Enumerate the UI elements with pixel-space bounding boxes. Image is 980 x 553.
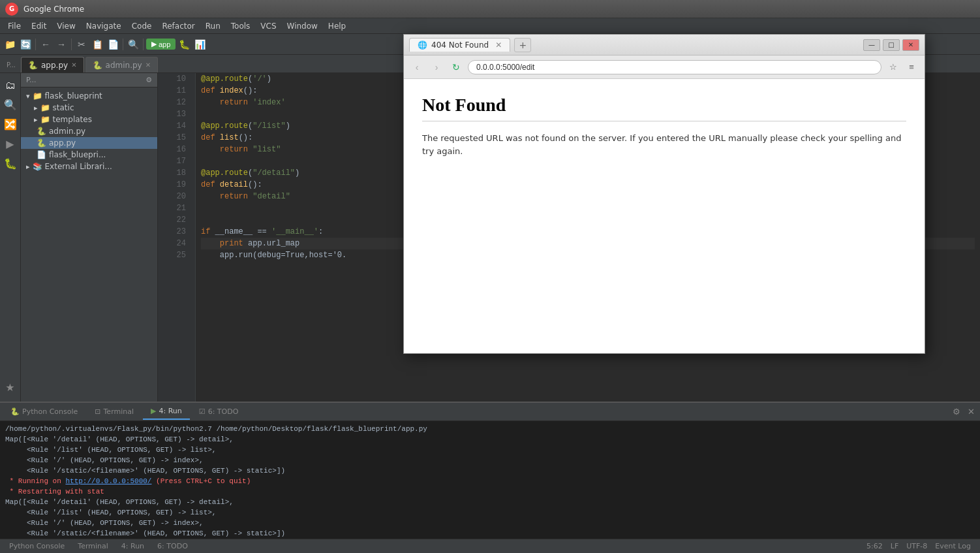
status-right: 5:62 LF UTF-8 Event Log — [863, 542, 975, 550]
project-panel-title: P... — [26, 76, 36, 84]
run-button[interactable]: ▶ app — [146, 39, 176, 50]
toolbar-redo-btn[interactable]: → — [54, 37, 69, 52]
run-tab-label: 4: Run — [159, 407, 181, 415]
status-python-console[interactable]: Python Console — [5, 542, 69, 550]
toolbar-open-btn[interactable]: 📁 — [3, 37, 17, 52]
browser-close-btn[interactable]: ✕ — [902, 39, 919, 51]
tree-admin-py[interactable]: 🐍 admin.py — [21, 125, 157, 137]
tab-todo[interactable]: ☑ 6: TODO — [191, 404, 247, 420]
tree-app-py[interactable]: 🐍 app.py — [21, 137, 157, 149]
project-panel: P... ⚙ ▾ 📁 flask_blueprint ▸ 📁 static ▸ … — [21, 73, 158, 402]
term-line-8: <Rule '/' (HEAD, OPTIONS, GET) -> index>… — [5, 518, 975, 528]
status-terminal[interactable]: Terminal — [74, 542, 112, 550]
toolbar-sep-1 — [35, 39, 36, 50]
term-restarting: * Restarting with stat — [5, 486, 975, 497]
menu-run[interactable]: Run — [200, 20, 226, 32]
status-position[interactable]: 5:62 — [863, 542, 887, 550]
menu-code[interactable]: Code — [127, 20, 157, 32]
menu-view[interactable]: View — [52, 20, 80, 32]
sidebar-icon-search[interactable]: 🔍 — [1, 95, 20, 114]
terminal-content: /home/python/.virtualenvs/Flask_py/bin/p… — [0, 421, 980, 539]
browser-reload-btn[interactable]: ↻ — [448, 59, 464, 75]
toolbar-paste-btn[interactable]: 📄 — [106, 37, 120, 52]
tree-root-label: flask_blueprint — [45, 91, 102, 101]
menu-help[interactable]: Help — [323, 20, 351, 32]
run-tab-icon: ▶ — [151, 407, 156, 415]
bottom-close-btn[interactable]: ✕ — [964, 405, 977, 419]
term-url-link[interactable]: http://0.0.0.0:5000/ — [65, 477, 151, 485]
browser-minimize-btn[interactable]: — — [863, 39, 880, 51]
browser-message: The requested URL was not found on the s… — [422, 132, 906, 157]
menu-refactor[interactable]: Refactor — [157, 20, 200, 32]
tab-admin-py-close[interactable]: ✕ — [145, 61, 151, 69]
toolbar-sep-4 — [143, 39, 144, 50]
tab-admin-py[interactable]: 🐍 admin.py ✕ — [85, 57, 159, 72]
breakpoint-area — [158, 73, 168, 402]
sidebar-icons: 🗂 🔍 🔀 ▶ 🐛 ★ — [0, 73, 21, 402]
tab-app-py-label: app.py — [41, 61, 68, 70]
toolbar-undo-btn[interactable]: ← — [38, 37, 53, 52]
status-lf[interactable]: LF — [887, 542, 902, 550]
term-line-1: <Rule '/list' (HEAD, OPTIONS, GET) -> li… — [5, 445, 975, 455]
os-title: Google Chrome — [23, 5, 84, 14]
toolbar-cut-btn[interactable]: ✂ — [74, 37, 89, 52]
toolbar-sep-3 — [123, 39, 123, 50]
tree-static[interactable]: ▸ 📁 static — [21, 102, 157, 114]
term-line-2: <Rule '/' (HEAD, OPTIONS, GET) -> index>… — [5, 455, 975, 466]
term-line-7: <Rule '/list' (HEAD, OPTIONS, GET) -> li… — [5, 507, 975, 518]
menu-navigate[interactable]: Navigate — [81, 20, 127, 32]
new-tab-button[interactable]: + — [514, 38, 531, 52]
terminal-label: Terminal — [104, 407, 134, 416]
status-bar: Python Console Terminal 4: Run 6: TODO 5… — [0, 539, 980, 553]
toolbar-copy-btn[interactable]: 📋 — [90, 37, 104, 52]
tree-flask-blueprint[interactable]: 📄 flask_bluepri... — [21, 149, 157, 161]
tree-external-libs[interactable]: ▸ 📚 External Librari... — [21, 161, 157, 172]
bottom-settings-btn[interactable]: ⚙ — [950, 405, 963, 419]
tree-static-label: static — [53, 103, 74, 112]
tab-terminal[interactable]: ⊡ Terminal — [87, 404, 142, 420]
status-encoding[interactable]: UTF-8 — [902, 542, 931, 550]
browser-tab-close[interactable]: ✕ — [495, 40, 502, 50]
tab-app-py[interactable]: 🐍 app.py ✕ — [21, 57, 84, 72]
menu-tools[interactable]: Tools — [226, 20, 256, 32]
browser-heading: Not Found — [422, 95, 906, 121]
tree-root[interactable]: ▾ 📁 flask_blueprint — [21, 90, 157, 102]
tab-python-console[interactable]: 🐍 Python Console — [3, 404, 85, 420]
browser-back-btn[interactable]: ‹ — [409, 59, 425, 75]
toolbar-sync-btn[interactable]: 🔄 — [18, 37, 33, 52]
toolbar-search-btn[interactable]: 🔍 — [126, 37, 140, 52]
todo-label: 6: TODO — [208, 407, 239, 416]
browser-tab[interactable]: 🌐 404 Not Found ✕ — [409, 38, 510, 52]
sidebar-icon-run[interactable]: ▶ — [1, 134, 20, 153]
coverage-btn[interactable]: 📊 — [192, 37, 207, 52]
tree-flask-blueprint-label: flask_bluepri... — [49, 150, 106, 159]
status-event-log[interactable]: Event Log — [931, 542, 975, 550]
sidebar-icon-favorites[interactable]: ★ — [1, 378, 20, 396]
status-run[interactable]: 4: Run — [117, 542, 148, 550]
browser-bookmark-btn[interactable]: ☆ — [885, 59, 901, 75]
sidebar-icon-project[interactable]: 🗂 — [1, 76, 20, 94]
browser-address-bar[interactable] — [468, 60, 881, 74]
status-todo[interactable]: 6: TODO — [153, 542, 192, 550]
browser-window: 🌐 404 Not Found ✕ + — □ ✕ ‹ › ↻ ☆ ≡ Not … — [403, 34, 925, 354]
sidebar-icon-vcs[interactable]: 🔀 — [1, 115, 20, 133]
browser-forward-btn[interactable]: › — [429, 59, 444, 75]
menu-file[interactable]: File — [3, 20, 26, 32]
tab-admin-py-label: admin.py — [106, 61, 142, 70]
os-titlebar: G Google Chrome — [0, 0, 980, 18]
tab-run[interactable]: ▶ 4: Run — [143, 404, 190, 420]
browser-navbar: ‹ › ↻ ☆ ≡ — [404, 55, 925, 79]
browser-maximize-btn[interactable]: □ — [883, 39, 900, 51]
term-line-3: <Rule '/static/<filename>' (HEAD, OPTION… — [5, 466, 975, 476]
sidebar-icon-debug[interactable]: 🐛 — [1, 154, 20, 172]
debug-btn[interactable]: 🐛 — [177, 37, 191, 52]
browser-menu-btn[interactable]: ≡ — [904, 59, 919, 75]
menu-window[interactable]: Window — [282, 20, 323, 32]
tab-app-py-close[interactable]: ✕ — [71, 61, 76, 69]
tree-templates[interactable]: ▸ 📁 templates — [21, 114, 157, 125]
menu-edit[interactable]: Edit — [26, 20, 52, 32]
term-running: * Running on http://0.0.0.0:5000/ (Press… — [5, 476, 975, 486]
tree-admin-py-label: admin.py — [49, 127, 85, 136]
menu-vcs[interactable]: VCS — [255, 20, 281, 32]
project-tab-header: P... — [3, 57, 20, 72]
